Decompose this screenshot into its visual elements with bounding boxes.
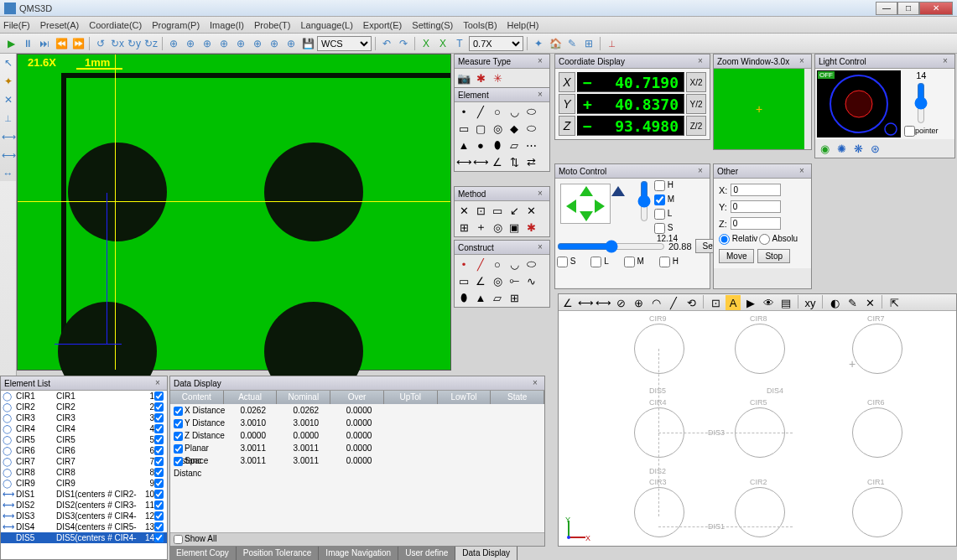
table-row[interactable]: X Distance0.02620.02620.0000 <box>170 404 544 417</box>
slot-icon[interactable]: ⬭ <box>523 121 538 136</box>
con-angle-icon[interactable]: ∠ <box>473 273 488 288</box>
con-plane-icon[interactable]: ▱ <box>490 290 505 305</box>
menu-language[interactable]: Language(L) <box>300 20 352 30</box>
panel-close-icon[interactable]: × <box>796 56 808 66</box>
width-icon[interactable]: ⇄ <box>523 154 538 169</box>
z-half-button[interactable]: Z/2 <box>686 116 706 136</box>
method2-icon[interactable]: ⊡ <box>473 203 488 218</box>
menu-probe[interactable]: Probe(T) <box>254 20 290 30</box>
con-ring-icon[interactable]: ◎ <box>490 273 505 288</box>
con-line-icon[interactable]: ╱ <box>473 257 488 272</box>
zoom-select[interactable]: 0.7X <box>469 36 523 51</box>
h2-checkbox[interactable] <box>659 257 670 267</box>
con-circle-icon[interactable]: ○ <box>490 257 505 272</box>
dist2-icon[interactable]: ⟷ <box>473 154 488 169</box>
s-checkbox[interactable] <box>654 223 665 234</box>
xy-speed-slider[interactable] <box>557 240 665 253</box>
con-cyl-icon[interactable]: ⬮ <box>456 290 471 305</box>
arrow-right-button[interactable] <box>595 200 605 213</box>
axis-g-icon[interactable]: ⊕ <box>267 36 282 51</box>
mv-del-icon[interactable]: ✕ <box>862 295 877 310</box>
mv-diam-icon[interactable]: ⊕ <box>631 295 646 310</box>
panel-close-icon[interactable]: × <box>796 166 808 176</box>
table-row[interactable]: Space Distanc3.00113.00110.0000 <box>170 454 544 467</box>
maximize-button[interactable]: □ <box>897 2 919 15</box>
con-arc-icon[interactable]: ◡ <box>507 257 522 272</box>
next-icon[interactable]: ⏭ <box>37 36 52 51</box>
list-item[interactable]: ⟷DIS5DIS5(centers # CIR4-14 <box>1 532 167 543</box>
m-checkbox[interactable] <box>654 194 665 205</box>
method8-icon[interactable]: ◎ <box>490 220 505 235</box>
tab-image-navigation[interactable]: Image Navigation <box>319 547 398 560</box>
menu-coordinate[interactable]: Coordiate(C) <box>89 20 142 30</box>
method6-icon[interactable]: ⊞ <box>456 220 471 235</box>
l2-checkbox[interactable] <box>590 257 601 267</box>
dist-icon[interactable]: ⟷ <box>456 154 471 169</box>
list-item[interactable]: ⟷DIS4DIS4(centers # CIR5-13 <box>1 521 167 532</box>
mv-ref-icon[interactable]: ⟲ <box>684 295 699 310</box>
teach-icon[interactable]: ✎ <box>564 36 580 51</box>
con-link-icon[interactable]: ⟜ <box>507 273 522 288</box>
list-item[interactable]: ◯CIR5CIR55 <box>1 434 167 445</box>
method3-icon[interactable]: ▭ <box>490 203 505 218</box>
show-all-checkbox[interactable] <box>174 535 183 544</box>
axis-display-icon[interactable]: ⟂ <box>604 36 619 51</box>
l-checkbox[interactable] <box>654 209 665 220</box>
arrow-up-button[interactable] <box>580 186 593 196</box>
rrect-icon[interactable]: ▢ <box>473 121 488 136</box>
x-half-button[interactable]: X/2 <box>686 72 706 92</box>
dist-tool-icon[interactable]: ⟷ <box>2 131 15 144</box>
angle-tool-icon[interactable]: ⟂ <box>2 112 15 126</box>
absolute-radio[interactable] <box>759 234 770 245</box>
save-icon[interactable]: 💾 <box>300 36 315 51</box>
zoom-view[interactable]: + <box>714 69 804 149</box>
mv-xy-icon[interactable]: xy <box>803 295 818 310</box>
list-item[interactable]: ◯CIR9CIR99 <box>1 478 167 489</box>
tab-position-tolerance[interactable]: Position Tolerance <box>237 547 320 560</box>
ring-icon[interactable]: ◎ <box>490 121 505 136</box>
dist3-tool-icon[interactable]: ↔ <box>2 168 15 181</box>
light-slider[interactable] <box>916 82 926 124</box>
m2-checkbox[interactable] <box>624 257 635 267</box>
light-mode4-icon[interactable]: ⊛ <box>867 141 882 156</box>
cross-tool-icon[interactable]: ✕ <box>2 94 15 107</box>
tab-element-copy[interactable]: Element Copy <box>169 547 237 560</box>
method1-icon[interactable]: ✕ <box>456 203 471 218</box>
list-item[interactable]: ◯CIR8CIR88 <box>1 467 167 478</box>
excel2-icon[interactable]: X <box>435 36 450 51</box>
panel-close-icon[interactable]: × <box>534 90 546 100</box>
con-ellipse-icon[interactable]: ⬭ <box>523 257 538 272</box>
list-item[interactable]: ◯CIR7CIR77 <box>1 456 167 467</box>
panel-close-icon[interactable]: × <box>534 242 546 252</box>
camera-icon[interactable]: 📷 <box>456 70 471 86</box>
tab-data-display[interactable]: Data Display <box>455 547 518 560</box>
list-item[interactable]: ◯CIR3CIR33 <box>1 412 167 423</box>
ellipse-icon[interactable]: ⬭ <box>523 104 538 119</box>
arc-icon[interactable]: ◡ <box>507 104 522 119</box>
other-x-input[interactable] <box>731 184 781 196</box>
z-speed-slider[interactable] <box>639 180 649 222</box>
menu-tools[interactable]: Tools(B) <box>463 20 497 30</box>
h-checkbox[interactable] <box>654 180 665 191</box>
panel-close-icon[interactable]: × <box>534 56 546 66</box>
mv-a-icon[interactable]: A <box>726 295 741 310</box>
plane-icon[interactable]: ▱ <box>507 137 522 153</box>
sphere-icon[interactable]: ● <box>473 137 488 153</box>
con-point-icon[interactable]: • <box>456 257 471 272</box>
menu-preset[interactable]: Preset(A) <box>40 20 79 30</box>
list-item[interactable]: ◯CIR6CIR66 <box>1 445 167 456</box>
coord-z-icon[interactable]: ↻z <box>143 36 159 51</box>
cone-icon[interactable]: ▲ <box>456 137 471 153</box>
cloud-icon[interactable]: ⋯ <box>523 137 538 153</box>
pointer-tool-icon[interactable]: ↖ <box>2 57 15 70</box>
model-canvas[interactable]: CIR9 CIR8 CIR7 + CIR4 CIR5 CIR6 DIS5 DIS… <box>559 311 956 547</box>
move-button[interactable]: Move <box>719 249 754 263</box>
undo-icon[interactable]: ↶ <box>379 36 394 51</box>
axis-a-icon[interactable]: ⊕ <box>166 36 181 51</box>
axis-f-icon[interactable]: ⊕ <box>250 36 265 51</box>
panel-close-icon[interactable]: × <box>694 56 706 66</box>
element-list-body[interactable]: ◯CIR1CIR11◯CIR2CIR22◯CIR3CIR33◯CIR4CIR44… <box>1 391 167 559</box>
dist2-tool-icon[interactable]: ⟷ <box>2 149 15 163</box>
pause-icon[interactable]: ⏸ <box>20 36 35 51</box>
rewind-icon[interactable]: ⏪ <box>54 36 69 51</box>
